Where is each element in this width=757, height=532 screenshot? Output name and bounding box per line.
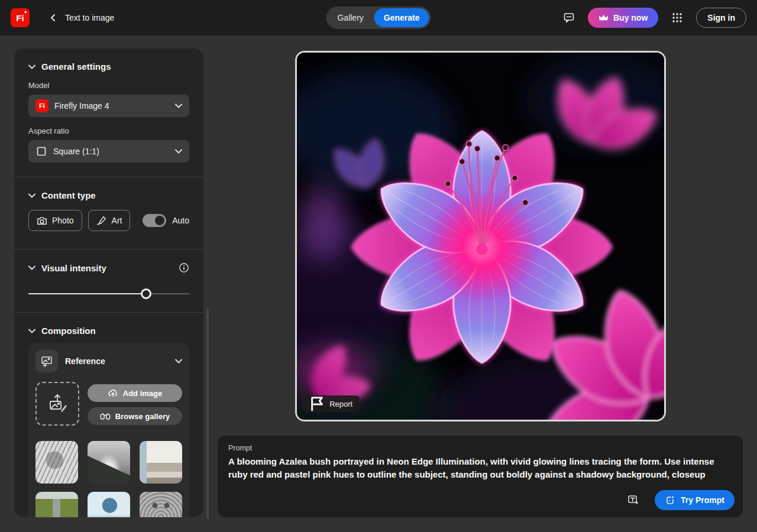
grid-apps-icon: [671, 12, 683, 24]
firefly-logo[interactable]: Fi ✦: [11, 8, 30, 27]
chevron-down-icon: [175, 103, 182, 108]
content-type-header[interactable]: Content type: [28, 190, 189, 200]
divider: [14, 249, 203, 249]
info-icon[interactable]: [179, 262, 189, 273]
add-image-button[interactable]: Add image: [88, 384, 182, 402]
try-prompt-button[interactable]: Try Prompt: [655, 490, 735, 510]
sign-in-button[interactable]: Sign in: [696, 8, 746, 28]
flag-icon: [309, 395, 325, 412]
slider-track[interactable]: [28, 293, 189, 294]
divider: [14, 177, 203, 177]
buy-now-label: Buy now: [613, 13, 648, 22]
top-bar: Fi ✦ Text to image Gallery Generate Buy …: [0, 0, 757, 35]
crown-icon: [599, 14, 609, 22]
model-dropdown[interactable]: Fi Firefly Image 4: [28, 95, 189, 117]
aspect-ratio-value: Square (1:1): [53, 147, 169, 156]
thumbnail-living-room[interactable]: [140, 441, 182, 484]
visual-intensity-header[interactable]: Visual intensity: [28, 262, 189, 273]
sidebar-scrollbar[interactable]: [206, 309, 209, 519]
aspect-ratio-dropdown[interactable]: Square (1:1): [28, 140, 189, 163]
slider-thumb[interactable]: [141, 288, 151, 299]
prompt-label: Prompt: [228, 444, 732, 452]
view-switcher: Gallery Generate: [326, 7, 431, 29]
art-label: Art: [112, 216, 122, 225]
thumbnail-sphere-3d[interactable]: [88, 492, 130, 517]
app-switcher-button[interactable]: [668, 8, 687, 27]
thumbnail-bird-sketch[interactable]: [35, 441, 78, 484]
text-style-button[interactable]: [624, 491, 643, 510]
reference-header[interactable]: Reference: [35, 350, 182, 372]
remix-sparkle-icon: [665, 495, 675, 505]
divider: [14, 312, 203, 313]
thumbnail-owl-sketch[interactable]: [140, 492, 182, 517]
chevron-down-icon: [28, 329, 35, 333]
upload-dropzone[interactable]: [35, 382, 79, 426]
reference-thumbnails: [35, 441, 182, 517]
paintbrush-icon: [96, 215, 107, 226]
chevron-down-icon: [28, 265, 35, 270]
composition-title: Composition: [41, 326, 96, 336]
content-type-title: Content type: [41, 190, 96, 200]
photo-button[interactable]: Photo: [28, 210, 82, 231]
chevron-down-icon: [28, 193, 35, 198]
logo-spark-icon: ✦: [24, 10, 27, 15]
reference-label: Reference: [65, 356, 168, 366]
try-prompt-label: Try Prompt: [681, 495, 724, 505]
visual-intensity-slider[interactable]: [28, 288, 189, 299]
art-button[interactable]: Art: [88, 210, 131, 231]
auto-label: Auto: [172, 216, 189, 225]
square-icon: [35, 145, 47, 157]
thumbnail-mountain-landscape[interactable]: [88, 441, 130, 484]
upload-image-icon: [46, 392, 69, 416]
composition-header[interactable]: Composition: [28, 326, 189, 336]
chat-bubble-icon: [563, 12, 575, 24]
neon-flower-artwork: [297, 53, 664, 420]
binoculars-icon: [100, 412, 111, 420]
buy-now-button[interactable]: Buy now: [588, 8, 658, 28]
visual-intensity-title: Visual intensity: [41, 263, 106, 273]
settings-sidebar: General settings Model Fi Firefly Image …: [14, 48, 203, 517]
aspect-ratio-label: Aspect ratio: [28, 126, 189, 135]
photo-label: Photo: [52, 216, 74, 225]
prompt-text[interactable]: A blooming Azalea bush portrayed in Neon…: [228, 455, 731, 481]
model-label: Model: [28, 81, 189, 90]
camera-icon: [37, 216, 47, 225]
report-button[interactable]: Report: [302, 395, 360, 412]
report-label: Report: [329, 400, 352, 408]
browse-gallery-label: Browse gallery: [115, 412, 170, 421]
general-settings-header[interactable]: General settings: [28, 61, 189, 72]
reference-image-icon: [35, 350, 58, 372]
chevron-down-icon: [175, 149, 182, 154]
auto-toggle[interactable]: [143, 214, 166, 227]
chevron-down-icon: [175, 359, 182, 364]
reference-card: Reference: [28, 343, 189, 517]
page-title: Text to image: [65, 13, 114, 22]
generated-image[interactable]: Report: [295, 51, 666, 421]
general-settings-title: General settings: [41, 61, 111, 72]
chevron-left-icon: [49, 14, 57, 22]
model-value: Firefly Image 4: [54, 101, 169, 111]
add-image-label: Add image: [123, 389, 162, 398]
firefly-model-icon: Fi: [35, 99, 48, 112]
chevron-down-icon: [28, 64, 35, 69]
feedback-button[interactable]: [559, 8, 578, 27]
cloud-upload-icon: [108, 389, 118, 397]
thumbnail-country-road[interactable]: [35, 492, 78, 517]
tab-gallery[interactable]: Gallery: [328, 8, 373, 27]
tab-generate[interactable]: Generate: [374, 8, 429, 27]
firefly-logo-text: Fi: [16, 13, 24, 23]
prompt-card: Prompt A blooming Azalea bush portrayed …: [218, 436, 743, 517]
text-box-sparkle-icon: [627, 494, 640, 507]
toggle-knob: [155, 216, 164, 225]
back-button[interactable]: [45, 9, 62, 26]
browse-gallery-button[interactable]: Browse gallery: [88, 407, 182, 425]
